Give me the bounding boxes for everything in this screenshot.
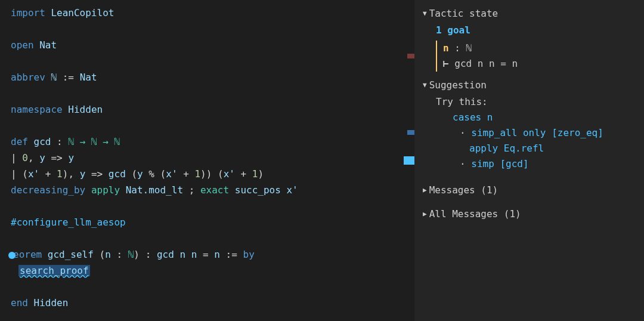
messages-label: Messages (1) [429,183,499,198]
comma: , [28,152,34,163]
tactic-state-header[interactable]: ▼Tactic state [423,6,640,21]
messages-header[interactable]: ▶Messages (1) [423,183,640,198]
code-line[interactable]: eorem gcd_self (n : ℕ) : gcd n n = n := … [11,246,414,263]
code-line[interactable]: open Nat [11,37,414,53]
code-line-blank[interactable] [11,230,414,246]
suggestion-link[interactable]: cases n [453,112,493,123]
code-line[interactable]: abbrev ℕ := Nat [11,69,414,85]
goal-hypothesis: n : ℕ [436,41,640,56]
code-line-blank[interactable] [11,118,414,134]
keyword-import: import [11,7,45,18]
goal-count: 1 goal [436,23,640,38]
namespace-name: Hidden [68,104,103,115]
suggestion-header[interactable]: ▼Suggestion [423,78,640,93]
triangle-down-icon: ▼ [423,6,427,21]
minimap-cursor-icon [404,156,414,165]
def-name: gcd [34,136,51,147]
code-line[interactable]: end Hidden [11,295,414,311]
keyword-open: open [11,39,34,51]
colon: : [57,136,63,147]
code-line-blank[interactable] [11,21,414,37]
bullet-icon: · [460,158,471,169]
code-line-blank[interactable] [11,198,414,214]
infoview-panel: ▼Tactic state 1 goal n : ℕ ⊢ gcd n n = n… [414,0,644,321]
triangle-right-icon: ▶ [423,206,427,222]
tactic-state-label: Tactic state [429,6,499,21]
minimap-mark-icon [407,54,414,58]
search-proof-tactic[interactable]: search_proof [18,265,90,276]
triangle-down-icon: ▼ [423,78,427,93]
bar: | [11,152,17,163]
code-line[interactable]: decreasing_by apply Nat.mod_lt ; exact s… [11,182,414,198]
keyword-def: def [11,136,28,147]
keyword-abbrev: abbrev [11,72,45,83]
goal-body: 1 goal n : ℕ ⊢ gcd n n = n [423,21,640,78]
code-editor[interactable]: import LeanCopilot open Nat abbrev ℕ := … [0,0,414,321]
goal-target: ⊢ gcd n n = n [436,56,640,72]
try-this-label: Try this: [436,94,640,110]
minimap-scrollbar[interactable] [401,0,414,321]
code-line[interactable]: | 0, y => y [11,150,414,166]
coloneq: := [63,72,74,83]
code-line[interactable]: def gcd : ℕ → ℕ → ℕ [11,134,414,150]
suggestion-label: Suggestion [429,78,487,93]
suggestion-link[interactable]: simp_all only [zero_eq] [471,127,603,138]
suggestion-body: Try this: cases n · simp_all only [zero_… [423,93,640,179]
all-messages-header[interactable]: ▶All Messages (1) [423,206,640,222]
code-line[interactable]: search_proof [11,263,414,279]
zero: 0 [22,152,28,163]
code-line-blank[interactable] [11,85,414,101]
namespace-name: Nat [39,39,57,51]
minimap-mark-icon [407,130,414,135]
code-line[interactable]: | (x' + 1), y => gcd (y % (x' + 1)) (x' … [11,166,414,182]
all-messages-label: All Messages (1) [429,206,521,222]
code-line-blank[interactable] [11,53,414,69]
hash-command: #configure_llm_aesop [11,217,126,228]
abbrev-name: ℕ [51,72,57,83]
cursor-indicator-icon [8,252,16,259]
module-name: LeanCopilot [51,7,114,18]
arrow: => [51,152,62,163]
abbrev-rhs: Nat [80,72,97,83]
triangle-right-icon: ▶ [423,183,427,198]
def-sig: ℕ → ℕ → ℕ [68,136,120,147]
keyword-namespace: namespace [11,104,63,115]
rhs-y: y [68,152,74,163]
code-line[interactable]: #configure_llm_aesop [11,214,414,230]
code-line[interactable]: import LeanCopilot [11,5,414,21]
code-line[interactable]: namespace Hidden [11,101,414,118]
pat-y: y [39,152,45,163]
suggestion-link[interactable]: apply Eq.refl [469,143,544,154]
suggestion-link[interactable]: simp [gcd] [471,158,528,169]
bullet-icon: · [460,127,471,138]
code-line-blank[interactable] [11,279,414,295]
